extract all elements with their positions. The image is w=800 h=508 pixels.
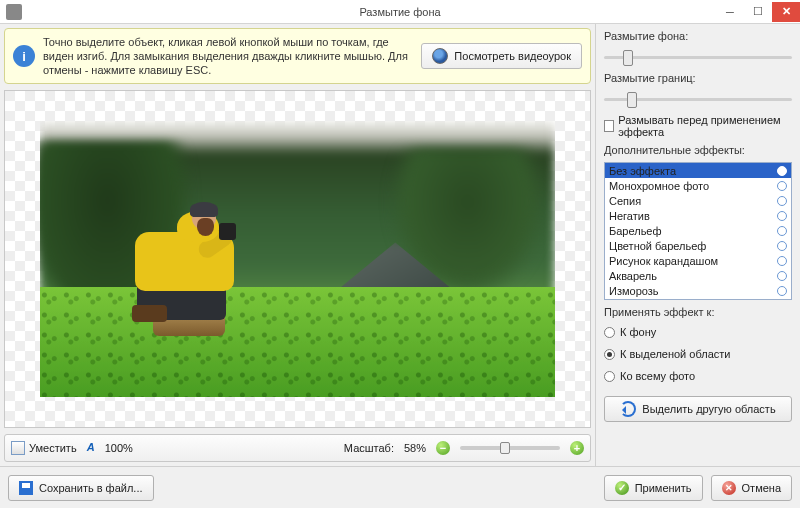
effect-item[interactable]: Цветной барельеф xyxy=(605,238,791,253)
canvas-area[interactable] xyxy=(4,90,591,428)
bottom-toolbar: Уместить A 100% Масштаб: 58% − + xyxy=(4,434,591,462)
watch-video-button[interactable]: Посмотреть видеоурок xyxy=(421,43,582,69)
checkbox-icon xyxy=(604,120,614,132)
zoom-out-button[interactable]: − xyxy=(436,441,450,455)
effect-item[interactable]: Рисунок карандашом xyxy=(605,253,791,268)
check-icon xyxy=(615,481,629,495)
effects-label: Дополнительные эффекты: xyxy=(604,144,792,156)
refresh-icon xyxy=(620,401,636,417)
hint-text: Точно выделите объект, кликая левой кноп… xyxy=(43,35,413,77)
blur-bg-slider[interactable] xyxy=(604,48,792,66)
blur-edge-label: Размытие границ: xyxy=(604,72,792,84)
hint-bar: i Точно выделите объект, кликая левой кн… xyxy=(4,28,591,84)
footer: Сохранить в файл... Применить Отмена xyxy=(0,466,800,508)
minimize-button[interactable]: ─ xyxy=(716,2,744,22)
apply-label: Применить xyxy=(635,482,692,494)
apply-to-bg-radio[interactable]: К фону xyxy=(604,324,792,340)
effects-listbox[interactable]: Без эффекта Монохромное фото Сепия Негат… xyxy=(604,162,792,300)
scale-value: 58% xyxy=(404,442,426,454)
cancel-label: Отмена xyxy=(742,482,781,494)
effect-item[interactable]: Изморозь xyxy=(605,283,791,298)
reselect-button[interactable]: Выделить другую область xyxy=(604,396,792,422)
effect-item[interactable]: Сепия xyxy=(605,193,791,208)
save-button[interactable]: Сохранить в файл... xyxy=(8,475,154,501)
info-icon: i xyxy=(13,45,35,67)
effect-item[interactable]: Негатив xyxy=(605,208,791,223)
window-title: Размытие фона xyxy=(359,6,440,18)
zoom-in-button[interactable]: + xyxy=(570,441,584,455)
effect-item[interactable]: Акварель xyxy=(605,268,791,283)
watch-video-label: Посмотреть видеоурок xyxy=(454,50,571,62)
effect-item[interactable]: Без эффекта xyxy=(605,163,791,178)
apply-to-label: Применять эффект к: xyxy=(604,306,792,318)
a-icon: A xyxy=(87,441,101,455)
apply-to-selection-radio[interactable]: К выделеной области xyxy=(604,346,792,362)
fit-button[interactable]: Уместить xyxy=(11,441,77,455)
save-label: Сохранить в файл... xyxy=(39,482,143,494)
zoom-slider[interactable] xyxy=(460,446,560,450)
effect-item[interactable]: Барельеф xyxy=(605,223,791,238)
reselect-label: Выделить другую область xyxy=(642,403,775,415)
side-panel: Размытие фона: Размытие границ: Размыват… xyxy=(595,24,800,466)
zoom-100-button[interactable]: A 100% xyxy=(87,441,133,455)
blur-edge-slider[interactable] xyxy=(604,90,792,108)
effect-item[interactable]: Монохромное фото xyxy=(605,178,791,193)
pre-blur-label: Размывать перед применением эффекта xyxy=(618,114,792,138)
scale-label: Масштаб: xyxy=(344,442,394,454)
zoom-100-label: 100% xyxy=(105,442,133,454)
cancel-button[interactable]: Отмена xyxy=(711,475,792,501)
fit-icon xyxy=(11,441,25,455)
photo-preview xyxy=(40,121,555,397)
blur-bg-label: Размытие фона: xyxy=(604,30,792,42)
pre-blur-checkbox[interactable]: Размывать перед применением эффекта xyxy=(604,114,792,138)
app-icon xyxy=(6,4,22,20)
titlebar: Размытие фона ─ ☐ ✕ xyxy=(0,0,800,24)
fit-label: Уместить xyxy=(29,442,77,454)
camera-icon xyxy=(432,48,448,64)
apply-button[interactable]: Применить xyxy=(604,475,703,501)
maximize-button[interactable]: ☐ xyxy=(744,2,772,22)
close-button[interactable]: ✕ xyxy=(772,2,800,22)
apply-to-all-radio[interactable]: Ко всему фото xyxy=(604,368,792,384)
save-icon xyxy=(19,481,33,495)
cancel-icon xyxy=(722,481,736,495)
